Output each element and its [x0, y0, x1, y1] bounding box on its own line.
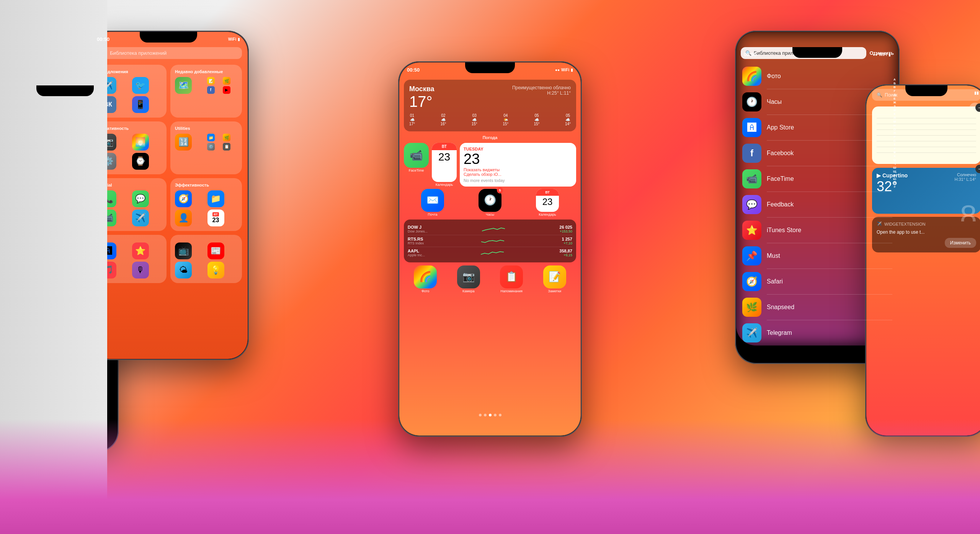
phone-2-screen: 00:50 WiFi ▮ 🔍 Библиотека приложений Пре… — [89, 32, 248, 359]
safari-icon[interactable]: 🧭 — [175, 190, 192, 207]
mail-label: Почта — [428, 213, 438, 216]
list-item-snapseed[interactable]: 🌿 Snapseed — [736, 295, 898, 320]
alpha-t: Т — [892, 143, 897, 146]
mail-dock[interactable]: ✉️ Почта — [421, 189, 444, 216]
list-item-itunes[interactable]: ⭐ iTunes Store — [736, 218, 898, 243]
unknown-icon[interactable]: 📱 — [132, 96, 149, 113]
files-icon-sm[interactable]: 📁 — [207, 134, 215, 141]
weather-condition-5: Солнечно — [955, 172, 977, 177]
snapseed2-icon-sm[interactable]: 🌿 — [223, 134, 230, 141]
list-item-feedback[interactable]: 💬 Feedback — [736, 192, 898, 217]
group-title-5: Эффективность — [175, 183, 237, 187]
twitter-icon[interactable]: 🐦 — [132, 77, 149, 94]
podcasts-icon[interactable]: 🎙 — [132, 262, 149, 278]
status-icons-4: ●● WiFi ▮ — [873, 52, 891, 57]
snapseed-icon-sm[interactable]: 🌿 — [223, 77, 230, 85]
alpha-f: Ф — [892, 151, 897, 154]
calendar-icon-2[interactable]: ВТ 23 — [207, 210, 224, 226]
status-icons-3: ●● WiFi ▮ — [555, 68, 573, 72]
list-item-appstore[interactable]: 🅰 App Store — [736, 115, 898, 140]
weather-widget-3: Москва 17° Преимущественно облачно H:25°… — [404, 80, 576, 131]
stocks-widget-3: DOW J Dow Jones... 26 025 +153,50 RTS.RS… — [404, 219, 576, 262]
cal-event-2: Сделать обзор iO... — [464, 172, 572, 177]
watch-icon[interactable]: ⌚ — [132, 153, 149, 170]
reminders-dock[interactable]: 📋 Напоминания — [500, 265, 523, 293]
cal-day-header: ВТ — [432, 143, 457, 150]
alpha-p: П — [892, 131, 897, 135]
calendar-label-3: Календарь — [436, 183, 453, 187]
list-item-photos[interactable]: 🌈 Фото — [736, 64, 898, 89]
weather-range-5: H:31° L:14° — [955, 177, 977, 182]
alpha-shch: Щ — [892, 170, 897, 173]
telegram-list-name: Telegram — [767, 329, 792, 336]
maps-icon[interactable]: 🗺️ — [175, 77, 192, 94]
util-icon-sm[interactable]: 📋 — [223, 143, 230, 151]
search-bar-2[interactable]: 🔍 Библиотека приложений — [95, 47, 242, 59]
page-dots-3 — [399, 414, 581, 424]
notes-icon-3[interactable]: 📝 — [543, 265, 566, 288]
wh-1: 02☁️16° — [440, 113, 446, 126]
camera-dock[interactable]: 📷 Камера — [457, 265, 480, 293]
list-item-telegram[interactable]: ✈️ Telegram — [736, 320, 898, 346]
notch-2 — [140, 32, 197, 43]
list-item-facebook[interactable]: f Facebook — [736, 141, 898, 166]
files-icon[interactable]: 📁 — [207, 190, 224, 207]
notes-icon-sm[interactable]: 📝 — [207, 77, 215, 85]
cal-large-day: TUESDAY — [464, 147, 572, 151]
facetime-list-name: FaceTime — [767, 175, 794, 182]
calendar-widget-small[interactable]: ВТ 23 — [432, 143, 457, 182]
tips-icon[interactable]: 💡 — [207, 262, 224, 278]
notes-dock[interactable]: 📝 Заметки — [543, 265, 566, 293]
fb-icon-sm[interactable]: f — [207, 86, 215, 94]
facetime-icon-3[interactable]: 📹 — [404, 143, 429, 168]
appstore-list-icon: 🅰 — [742, 118, 761, 137]
contacts-icon[interactable]: 👤 — [175, 210, 192, 226]
photos-dock[interactable]: 🌈 Фото — [414, 265, 437, 293]
photos-icon[interactable]: 🌅 — [132, 134, 149, 151]
remove-weather-button[interactable]: − — [975, 165, 980, 173]
photos-list-icon: 🌈 — [742, 67, 761, 86]
appstore-list-name: App Store — [767, 124, 794, 131]
camera-icon-3[interactable]: 📷 — [457, 265, 480, 288]
stock-row-3-0: DOW J Dow Jones... 26 025 +153,50 — [408, 223, 572, 235]
settings2-icon-sm[interactable]: ⚙️ — [207, 143, 215, 151]
messages-icon[interactable]: 💬 — [132, 190, 149, 207]
status-icons-2: WiFi ▮ — [228, 37, 240, 41]
calc-icon[interactable]: 🔢 — [175, 134, 192, 151]
clock-list-name: Часы — [767, 98, 782, 105]
photos-icon-3[interactable]: 🌈 — [414, 265, 437, 288]
dot-4 — [499, 414, 501, 416]
wh-4: 05☁️15° — [534, 113, 540, 126]
alpha-l: Л — [892, 116, 897, 120]
telegram-icon-2[interactable]: ✈️ — [132, 210, 149, 226]
alpha-a: А — [892, 78, 897, 81]
alpha-b: Б — [892, 82, 897, 85]
dot-active — [489, 414, 492, 416]
youtube-icon-sm[interactable]: ▶ — [223, 86, 230, 94]
list-item-must[interactable]: 📌 Must — [736, 243, 898, 269]
calendar2-dock[interactable]: ВТ 23 Календарь — [536, 189, 559, 216]
phone-4: 00:50 ●● WiFi ▮ 🔍 Библиотека прилож... О… — [735, 31, 900, 364]
status-icons-5: ▮▮ — [974, 91, 979, 95]
weather-condition-3: Преимущественно облачно — [512, 85, 571, 90]
battery-icon-3: ▮ — [571, 68, 573, 72]
clock-dock[interactable]: 🕐 5 Часы — [479, 189, 501, 216]
news-icon[interactable]: 📰 — [207, 242, 224, 259]
mail-icon[interactable]: ✉️ — [421, 189, 444, 212]
wh-0: 01☁️17° — [409, 113, 415, 126]
small-icons-util: 📁 🌿 ⚙️ 📋 — [207, 134, 238, 151]
itunes-icon[interactable]: ⭐ — [132, 242, 149, 259]
reminders-icon-3[interactable]: 📋 — [500, 265, 523, 288]
status-time-2: 00:50 — [97, 36, 109, 42]
phone-3: 00:50 ●● WiFi ▮ Москва 17° Преимуществен… — [398, 61, 582, 437]
change-button-5[interactable]: Изменить — [945, 238, 976, 248]
list-item-facetime[interactable]: 📹 FaceTime — [736, 166, 898, 192]
dot-1 — [484, 414, 487, 416]
alpha-k: К — [892, 112, 897, 116]
cal-event-1: Показать виджеты — [464, 167, 572, 172]
list-item-safari[interactable]: 🧭 Safari — [736, 269, 898, 294]
tv-icon[interactable]: 📺 — [175, 242, 192, 259]
calendar-icon-3[interactable]: ВТ 23 — [536, 189, 559, 212]
weather-icon-2[interactable]: 🌤 — [175, 262, 192, 278]
telegram-list-icon: ✈️ — [742, 323, 761, 342]
